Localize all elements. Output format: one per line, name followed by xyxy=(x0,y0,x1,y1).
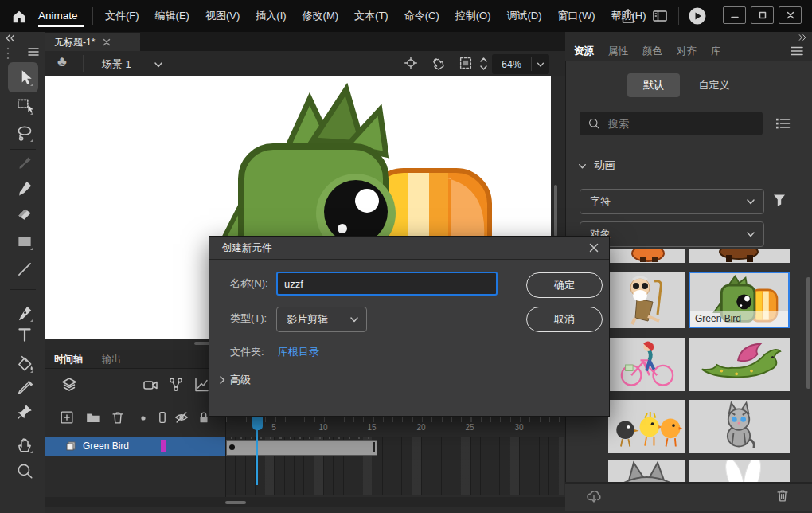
eraser-tool[interactable] xyxy=(15,204,34,223)
selection-tool[interactable] xyxy=(15,68,34,87)
menu-text[interactable]: 文本(T) xyxy=(346,0,396,32)
lasso-tool[interactable] xyxy=(15,123,34,143)
layer-parenting-icon[interactable] xyxy=(167,376,185,394)
layers-panel-icon[interactable] xyxy=(61,376,78,394)
animation-section-chevron-icon[interactable] xyxy=(577,161,588,171)
tools-panel-menu-icon[interactable] xyxy=(27,46,40,57)
workspace-icon[interactable] xyxy=(651,8,669,24)
close-button[interactable] xyxy=(779,6,802,24)
ok-button[interactable]: 确定 xyxy=(526,272,603,298)
tab-assets[interactable]: 资源 xyxy=(567,43,601,59)
dialog-close-icon[interactable] xyxy=(588,242,599,253)
menu-debug[interactable]: 调试(D) xyxy=(499,0,550,32)
asset-thumbnail-cat[interactable] xyxy=(689,400,790,453)
tab-library[interactable]: 库 xyxy=(704,43,728,59)
hide-layers-icon[interactable] xyxy=(174,409,189,425)
minimize-button[interactable] xyxy=(723,6,746,24)
pen-tool[interactable] xyxy=(15,303,34,323)
new-layer-icon[interactable] xyxy=(59,409,75,425)
line-tool[interactable] xyxy=(15,260,34,279)
paint-bucket-tool[interactable] xyxy=(15,354,34,374)
layer-row-green-bird[interactable]: Green Bird xyxy=(45,437,225,456)
tab-align[interactable]: 对齐 xyxy=(670,43,704,59)
asset-thumbnail-partial-bunny[interactable] xyxy=(689,460,790,483)
menu-file[interactable]: 文件(F) xyxy=(97,0,147,32)
clip-content-outside-stage-icon[interactable] xyxy=(458,55,474,71)
zoom-tool[interactable] xyxy=(15,461,34,480)
library-root-link[interactable]: 库根目录 xyxy=(278,345,319,359)
asset-thumbnail-old-man[interactable] xyxy=(608,272,685,328)
text-tool[interactable] xyxy=(15,325,34,344)
tab-timeline[interactable]: 时间轴 xyxy=(45,353,92,366)
asset-thumbnail-green-bird-selected[interactable]: Green Bird xyxy=(689,272,790,328)
cancel-button[interactable]: 取消 xyxy=(526,307,603,332)
menu-modify[interactable]: 修改(M) xyxy=(295,0,347,32)
advanced-label[interactable]: 高级 xyxy=(230,373,251,387)
frame-span[interactable] xyxy=(226,440,377,456)
share-icon[interactable] xyxy=(619,7,637,25)
symbol-name-input[interactable] xyxy=(276,272,498,296)
list-view-icon[interactable] xyxy=(774,115,791,132)
tab-close-icon[interactable] xyxy=(103,38,111,46)
stage-vertical-scrollbar[interactable] xyxy=(554,185,557,237)
tab-properties[interactable]: 属性 xyxy=(601,43,635,59)
quick-share-play-icon[interactable] xyxy=(688,6,707,25)
timeline-horizontal-scrollbar[interactable] xyxy=(225,501,246,504)
menu-view[interactable]: 视图(V) xyxy=(197,0,248,32)
home-icon[interactable] xyxy=(11,9,27,25)
collapse-panel-icon[interactable] xyxy=(5,33,16,43)
eyedropper-tool[interactable] xyxy=(15,379,34,398)
rectangle-tool[interactable] xyxy=(15,232,34,251)
subselection-tool[interactable] xyxy=(15,96,34,116)
zoom-stepper[interactable] xyxy=(478,53,490,74)
onion-skin-range-icon[interactable] xyxy=(154,409,170,425)
dialog-title-bar[interactable]: 创建新元件 xyxy=(209,237,609,260)
asset-thumbnail-partial-1[interactable] xyxy=(608,249,685,263)
maximize-button[interactable] xyxy=(751,6,774,24)
tools-drag-grip[interactable] xyxy=(6,46,10,59)
camera-icon[interactable] xyxy=(142,376,159,394)
tab-color[interactable]: 颜色 xyxy=(635,43,670,59)
asset-thumbnail-bike-girl[interactable] xyxy=(608,338,685,391)
filter-icon[interactable] xyxy=(771,191,788,209)
menu-commands[interactable]: 命令(C) xyxy=(396,0,447,32)
menu-edit[interactable]: 编辑(E) xyxy=(147,0,197,32)
mode-default-button[interactable]: 默认 xyxy=(627,73,680,97)
onion-skin-dot-icon[interactable] xyxy=(139,413,148,423)
symbol-clover-icon[interactable]: ♣ xyxy=(57,53,67,70)
asset-thumbnail-chicks[interactable] xyxy=(608,400,685,453)
character-filter-dropdown[interactable]: 字符 xyxy=(580,189,764,214)
hand-tool[interactable] xyxy=(15,435,34,454)
search-input[interactable] xyxy=(607,117,745,131)
rotate-hand-icon[interactable] xyxy=(430,55,446,71)
assets-vertical-scrollbar[interactable] xyxy=(806,277,810,389)
tab-output[interactable]: 输出 xyxy=(92,353,131,366)
zoom-level-select[interactable]: 64% xyxy=(492,54,549,74)
scene-chevron-down-icon[interactable] xyxy=(153,59,164,70)
new-folder-icon[interactable] xyxy=(84,409,100,425)
delete-asset-icon[interactable] xyxy=(775,488,791,503)
delete-layer-icon[interactable] xyxy=(110,409,126,425)
center-stage-icon[interactable] xyxy=(403,55,419,71)
menu-control[interactable]: 控制(O) xyxy=(447,0,499,32)
asset-warp-tool[interactable] xyxy=(15,402,34,421)
scene-breadcrumb[interactable]: 场景 1 xyxy=(102,57,131,72)
asset-thumbnail-dragon[interactable] xyxy=(689,338,790,391)
asset-thumbnail-partial-cat[interactable] xyxy=(608,460,685,483)
cloud-download-icon[interactable] xyxy=(585,488,603,505)
menu-window[interactable]: 窗口(W) xyxy=(550,0,603,32)
asset-search-box[interactable] xyxy=(580,112,763,135)
document-tab[interactable]: 无标题-1* xyxy=(45,33,140,51)
collapse-right-panel-icon[interactable] xyxy=(798,33,807,41)
classic-brush-tool[interactable] xyxy=(15,178,34,198)
fluid-brush-tool[interactable] xyxy=(15,153,34,172)
mode-custom-button[interactable]: 自定义 xyxy=(685,73,744,97)
app-name[interactable]: Animate xyxy=(38,10,78,22)
panel-menu-icon[interactable] xyxy=(790,45,804,57)
menu-insert[interactable]: 插入(I) xyxy=(248,0,294,32)
symbol-type-dropdown[interactable]: 影片剪辑 xyxy=(276,307,367,332)
motion-editor-icon[interactable] xyxy=(193,376,210,394)
advanced-chevron-right-icon[interactable] xyxy=(217,375,227,385)
layer-outline-color-swatch[interactable] xyxy=(161,440,166,452)
asset-thumbnail-partial-2[interactable] xyxy=(689,249,790,263)
